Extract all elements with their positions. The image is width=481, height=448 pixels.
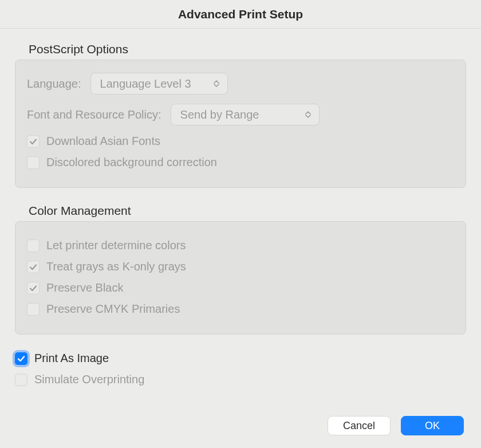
simulate-overprinting-label: Simulate Overprinting (34, 373, 144, 386)
language-select-value: Language Level 3 (100, 77, 191, 91)
cancel-button-label: Cancel (343, 420, 375, 432)
treat-grays-label: Treat grays as K-only grays (46, 260, 186, 273)
postscript-options-label: PostScript Options (29, 42, 466, 56)
dialog-content: PostScript Options Language: Language Le… (0, 29, 481, 448)
dialog-title-bar: Advanced Print Setup (0, 0, 481, 29)
ok-button-label: OK (425, 420, 440, 432)
let-printer-label: Let printer determine colors (46, 239, 186, 252)
ok-button[interactable]: OK (401, 416, 464, 435)
dialog-buttons: Cancel OK (328, 416, 464, 435)
treat-grays-checkbox[interactable] (27, 261, 40, 273)
preserve-black-checkbox[interactable] (27, 282, 40, 294)
color-management-panel: Let printer determine colors Treat grays… (15, 221, 466, 335)
font-resource-policy-select[interactable]: Send by Range (171, 104, 320, 125)
print-as-image-label: Print As Image (34, 352, 109, 365)
language-label: Language: (27, 77, 81, 91)
updown-icon (305, 111, 311, 118)
simulate-overprinting-checkbox[interactable] (15, 374, 27, 386)
let-printer-row: Let printer determine colors (27, 239, 454, 252)
preserve-black-label: Preserve Black (46, 281, 124, 294)
standalone-options: Print As Image Simulate Overprinting (13, 352, 466, 386)
cancel-button[interactable]: Cancel (328, 416, 391, 435)
language-row: Language: Language Level 3 (27, 73, 454, 95)
discolored-bg-checkbox[interactable] (27, 156, 40, 169)
discolored-bg-label: Discolored background correction (46, 156, 217, 169)
print-as-image-row: Print As Image (15, 352, 466, 365)
language-select[interactable]: Language Level 3 (90, 73, 228, 95)
simulate-overprinting-row: Simulate Overprinting (15, 373, 466, 386)
treat-grays-row: Treat grays as K-only grays (27, 260, 454, 273)
font-resource-policy-label: Font and Resource Policy: (27, 108, 161, 121)
download-asian-fonts-row: Download Asian Fonts (27, 135, 454, 148)
let-printer-checkbox[interactable] (27, 239, 40, 252)
discolored-bg-row: Discolored background correction (27, 156, 454, 169)
postscript-options-panel: Language: Language Level 3 Font and Reso… (15, 60, 466, 188)
preserve-black-row: Preserve Black (27, 281, 454, 294)
font-resource-policy-value: Send by Range (180, 108, 259, 121)
download-asian-fonts-checkbox[interactable] (27, 135, 40, 148)
preserve-cmyk-checkbox[interactable] (27, 303, 40, 316)
color-management-label: Color Management (29, 204, 466, 218)
download-asian-fonts-label: Download Asian Fonts (46, 135, 160, 148)
preserve-cmyk-row: Preserve CMYK Primaries (27, 302, 454, 316)
font-resource-policy-row: Font and Resource Policy: Send by Range (27, 104, 454, 125)
print-as-image-checkbox[interactable] (15, 352, 27, 365)
preserve-cmyk-label: Preserve CMYK Primaries (46, 302, 180, 316)
updown-icon (214, 80, 219, 87)
dialog-title: Advanced Print Setup (178, 7, 303, 21)
